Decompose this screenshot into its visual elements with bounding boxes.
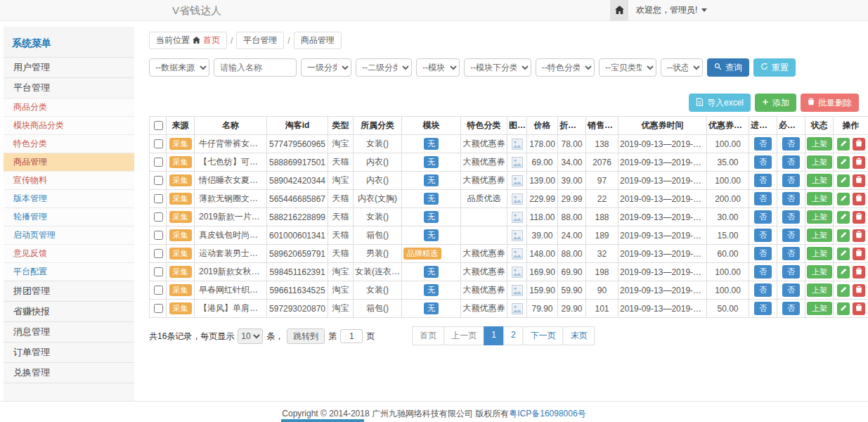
must-buy-button[interactable]: 否: [782, 155, 800, 169]
search-button[interactable]: 查询: [707, 58, 749, 77]
status-button[interactable]: 上架: [807, 302, 832, 315]
edit-button[interactable]: [837, 266, 850, 279]
data-source-select[interactable]: --数据来源--: [149, 58, 209, 77]
must-buy-button[interactable]: 否: [782, 137, 800, 151]
sidebar-item[interactable]: 商品分类: [4, 98, 134, 116]
module-sub-category-select[interactable]: --模块下分类--: [464, 58, 531, 77]
status-button[interactable]: 上架: [807, 155, 832, 169]
status-button[interactable]: 上架: [807, 247, 832, 260]
row-checkbox[interactable]: [154, 194, 163, 203]
reset-button[interactable]: 重置: [753, 58, 796, 77]
batch-delete-button[interactable]: 批量删除: [801, 94, 859, 112]
level2-category-select[interactable]: --二级分类--: [356, 58, 412, 77]
status-button[interactable]: 上架: [807, 265, 832, 279]
row-checkbox[interactable]: [154, 249, 163, 258]
row-checkbox[interactable]: [154, 212, 163, 222]
status-button[interactable]: 上架: [807, 137, 832, 151]
delete-button[interactable]: [853, 193, 865, 205]
sidebar-item[interactable]: 用户管理: [4, 57, 134, 77]
sidebar-item[interactable]: 订单管理: [4, 342, 134, 362]
icp-link[interactable]: 粤ICP备16098006号: [509, 409, 585, 418]
row-checkbox[interactable]: [154, 139, 163, 148]
status-select[interactable]: --状态--: [661, 58, 703, 77]
edit-button[interactable]: [837, 193, 850, 205]
import-select-button[interactable]: 否: [754, 265, 772, 279]
import-select-button[interactable]: 否: [754, 229, 772, 242]
delete-button[interactable]: [853, 284, 865, 297]
add-button[interactable]: 添加: [755, 94, 796, 112]
module-select[interactable]: --模块--: [416, 58, 460, 77]
pager-current-page[interactable]: 1: [484, 326, 504, 345]
edit-button[interactable]: [837, 302, 850, 315]
sidebar-item[interactable]: 宣传物料: [4, 171, 134, 189]
sidebar-item[interactable]: 特色分类: [4, 134, 134, 153]
sidebar-item[interactable]: 省赚快报: [4, 301, 134, 321]
jump-page-input[interactable]: [340, 329, 363, 343]
import-select-button[interactable]: 否: [754, 283, 772, 297]
must-buy-button[interactable]: 否: [782, 174, 800, 187]
sidebar-item[interactable]: 意见反馈: [4, 244, 134, 262]
sidebar-item[interactable]: 兑换管理: [4, 362, 134, 383]
status-button[interactable]: 上架: [807, 283, 832, 297]
status-button[interactable]: 上架: [807, 174, 832, 187]
must-buy-button[interactable]: 否: [782, 265, 800, 279]
import-select-button[interactable]: 否: [754, 210, 772, 224]
import-select-button[interactable]: 否: [754, 174, 772, 187]
must-buy-button[interactable]: 否: [782, 210, 800, 224]
sidebar-item[interactable]: 商品管理: [4, 153, 134, 171]
import-excel-button[interactable]: 导入excel: [689, 94, 751, 112]
edit-button[interactable]: [837, 229, 850, 242]
import-select-button[interactable]: 否: [754, 137, 772, 151]
home-button[interactable]: [610, 0, 628, 20]
sidebar-item-partial[interactable]: [4, 383, 134, 401]
row-checkbox[interactable]: [154, 231, 163, 240]
row-checkbox[interactable]: [154, 286, 163, 295]
row-checkbox[interactable]: [154, 304, 163, 313]
edit-button[interactable]: [837, 156, 850, 169]
must-buy-button[interactable]: 否: [782, 302, 800, 315]
edit-button[interactable]: [837, 138, 850, 151]
sidebar-item[interactable]: 模块商品分类: [4, 116, 134, 134]
delete-button[interactable]: [853, 174, 865, 187]
must-buy-button[interactable]: 否: [782, 192, 800, 205]
sidebar-item[interactable]: 平台配置: [4, 262, 134, 281]
level1-category-select[interactable]: 一级分类: [301, 58, 351, 77]
pager-link[interactable]: 上一页: [443, 326, 484, 345]
pager-link[interactable]: 2: [503, 326, 524, 345]
breadcrumb-home-link[interactable]: 首页: [203, 34, 220, 46]
jump-button[interactable]: 跳转到: [287, 328, 325, 344]
import-select-button[interactable]: 否: [754, 155, 772, 169]
pager-link[interactable]: 下一页: [523, 326, 564, 345]
item-type-select[interactable]: --宝贝类型--: [599, 58, 656, 77]
breadcrumb-item-platform[interactable]: 平台管理: [236, 32, 284, 49]
pager-link[interactable]: 首页: [412, 326, 444, 345]
row-checkbox[interactable]: [154, 176, 163, 185]
edit-button[interactable]: [837, 211, 850, 224]
feature-category-select[interactable]: --特色分类--: [536, 58, 595, 77]
sidebar-item[interactable]: 平台管理: [4, 77, 134, 98]
delete-button[interactable]: [853, 211, 865, 224]
name-input[interactable]: [214, 58, 297, 77]
user-menu[interactable]: 欢迎您，管理员!: [636, 0, 707, 20]
delete-button[interactable]: [853, 248, 865, 260]
import-select-button[interactable]: 否: [754, 247, 772, 260]
delete-button[interactable]: [853, 302, 865, 315]
edit-button[interactable]: [837, 174, 850, 187]
sidebar-item[interactable]: 拼团管理: [4, 281, 134, 301]
sidebar-item[interactable]: 消息管理: [4, 321, 134, 342]
delete-button[interactable]: [853, 229, 865, 242]
row-checkbox[interactable]: [154, 267, 163, 276]
must-buy-button[interactable]: 否: [782, 283, 800, 297]
breadcrumb-item-goods[interactable]: 商品管理: [294, 32, 342, 49]
per-page-select[interactable]: 10: [238, 328, 263, 344]
status-button[interactable]: 上架: [807, 210, 832, 224]
horizontal-scrollbar-thumb[interactable]: [281, 419, 364, 422]
delete-button[interactable]: [853, 138, 865, 151]
row-checkbox[interactable]: [154, 158, 163, 167]
delete-button[interactable]: [853, 156, 865, 169]
edit-button[interactable]: [837, 284, 850, 297]
import-select-button[interactable]: 否: [754, 192, 772, 205]
status-button[interactable]: 上架: [807, 229, 832, 242]
delete-button[interactable]: [853, 266, 865, 279]
import-select-button[interactable]: 否: [754, 302, 772, 315]
